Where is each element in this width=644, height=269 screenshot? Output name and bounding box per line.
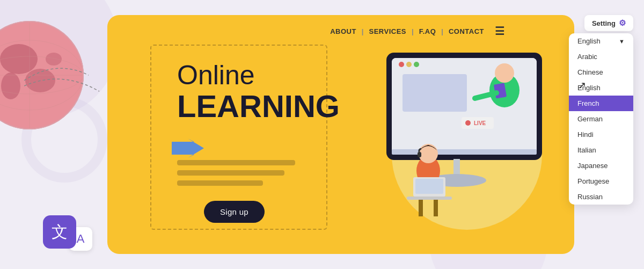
svg-point-8	[465, 120, 471, 126]
main-card: ABOUT | SERVICES | F.AQ | CONTACT ☰ Onli…	[107, 15, 574, 254]
hero-learning: LEARNING	[177, 90, 340, 123]
nav-sep-1: |	[362, 27, 364, 35]
svg-rect-10	[402, 74, 467, 112]
svg-point-4	[399, 62, 404, 67]
language-dropdown[interactable]: English▼ArabicChineseEnglishFrenchGerman…	[569, 33, 633, 205]
navbar: ABOUT | SERVICES | F.AQ | CONTACT ☰	[107, 15, 574, 47]
arrow-icon	[172, 139, 204, 160]
hero-online: Online	[177, 61, 340, 90]
lang-option-japanese[interactable]: Japanese	[569, 158, 633, 173]
lang-option-russian[interactable]: Russian	[569, 189, 633, 205]
illustration-area: LIVE	[360, 26, 564, 251]
lang-option-portugese[interactable]: Portugese	[569, 173, 633, 189]
svg-point-12	[495, 63, 514, 83]
line-3	[177, 180, 263, 186]
nav-links: ABOUT | SERVICES | F.AQ | CONTACT ☰	[330, 25, 504, 38]
svg-rect-26	[407, 197, 452, 200]
setting-button[interactable]: Setting ⚙	[584, 15, 633, 31]
hamburger-icon[interactable]: ☰	[495, 25, 504, 38]
svg-marker-0	[172, 139, 204, 158]
lang-option-english[interactable]: English	[569, 80, 633, 96]
lang-option-german[interactable]: German	[569, 111, 633, 127]
globe-illustration	[0, 16, 89, 134]
svg-rect-15	[392, 149, 537, 155]
svg-point-5	[406, 62, 412, 67]
svg-point-29	[0, 44, 38, 74]
monitor-illustration: LIVE	[370, 37, 558, 235]
nav-about[interactable]: ABOUT	[330, 27, 356, 35]
lang-option-italian[interactable]: Italian	[569, 142, 633, 158]
lang-option-english[interactable]: English▼	[569, 33, 633, 49]
nav-faq[interactable]: F.AQ	[419, 27, 436, 35]
lang-option-hindi[interactable]: Hindi	[569, 127, 633, 142]
translate-icon-big: 文	[43, 215, 76, 249]
lang-option-arabic[interactable]: Arabic	[569, 49, 633, 64]
svg-point-22	[419, 144, 438, 163]
setting-area: Setting ⚙ English▼ArabicChineseEnglishFr…	[569, 15, 633, 205]
content-lines	[177, 160, 295, 186]
line-1	[177, 160, 295, 165]
signup-button[interactable]: Sign up	[204, 201, 265, 223]
svg-rect-23	[418, 152, 421, 157]
svg-rect-25	[415, 179, 443, 194]
svg-point-6	[414, 62, 419, 67]
lang-option-french[interactable]: French	[569, 96, 633, 111]
nav-sep-2: |	[412, 27, 414, 35]
svg-point-31	[1, 72, 20, 99]
nav-services[interactable]: SERVICES	[369, 27, 406, 35]
nav-contact[interactable]: CONTACT	[449, 27, 484, 35]
lang-option-chinese[interactable]: Chinese	[569, 64, 633, 80]
line-2	[177, 170, 284, 176]
setting-label: Setting	[592, 19, 616, 27]
hero-text: Online LEARNING	[177, 61, 340, 123]
gear-icon: ⚙	[619, 18, 626, 28]
svg-text:LIVE: LIVE	[474, 120, 486, 126]
nav-sep-3: |	[441, 27, 443, 35]
translate-widget: 文 A	[43, 215, 92, 249]
svg-point-32	[46, 53, 62, 66]
